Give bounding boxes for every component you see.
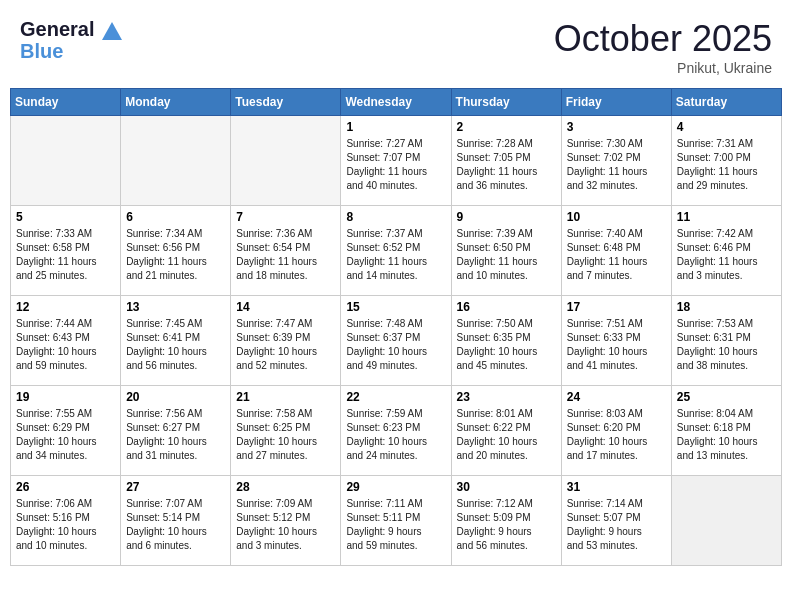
day-info: Sunrise: 7:59 AM Sunset: 6:23 PM Dayligh… <box>346 407 445 463</box>
calendar-cell: 15Sunrise: 7:48 AM Sunset: 6:37 PM Dayli… <box>341 296 451 386</box>
logo-general: General <box>20 18 94 40</box>
day-info: Sunrise: 7:37 AM Sunset: 6:52 PM Dayligh… <box>346 227 445 283</box>
day-number: 6 <box>126 210 225 224</box>
day-number: 7 <box>236 210 335 224</box>
day-number: 9 <box>457 210 556 224</box>
day-info: Sunrise: 7:40 AM Sunset: 6:48 PM Dayligh… <box>567 227 666 283</box>
day-number: 21 <box>236 390 335 404</box>
day-number: 14 <box>236 300 335 314</box>
calendar-week-row: 1Sunrise: 7:27 AM Sunset: 7:07 PM Daylig… <box>11 116 782 206</box>
day-info: Sunrise: 8:01 AM Sunset: 6:22 PM Dayligh… <box>457 407 556 463</box>
day-number: 2 <box>457 120 556 134</box>
calendar-cell: 14Sunrise: 7:47 AM Sunset: 6:39 PM Dayli… <box>231 296 341 386</box>
day-info: Sunrise: 7:45 AM Sunset: 6:41 PM Dayligh… <box>126 317 225 373</box>
calendar-cell: 22Sunrise: 7:59 AM Sunset: 6:23 PM Dayli… <box>341 386 451 476</box>
calendar-cell: 16Sunrise: 7:50 AM Sunset: 6:35 PM Dayli… <box>451 296 561 386</box>
day-info: Sunrise: 7:11 AM Sunset: 5:11 PM Dayligh… <box>346 497 445 553</box>
calendar-cell <box>671 476 781 566</box>
calendar-cell: 11Sunrise: 7:42 AM Sunset: 6:46 PM Dayli… <box>671 206 781 296</box>
day-info: Sunrise: 7:28 AM Sunset: 7:05 PM Dayligh… <box>457 137 556 193</box>
day-number: 15 <box>346 300 445 314</box>
day-number: 28 <box>236 480 335 494</box>
day-info: Sunrise: 7:56 AM Sunset: 6:27 PM Dayligh… <box>126 407 225 463</box>
calendar-cell: 1Sunrise: 7:27 AM Sunset: 7:07 PM Daylig… <box>341 116 451 206</box>
calendar-cell: 25Sunrise: 8:04 AM Sunset: 6:18 PM Dayli… <box>671 386 781 476</box>
day-info: Sunrise: 7:58 AM Sunset: 6:25 PM Dayligh… <box>236 407 335 463</box>
calendar-cell: 3Sunrise: 7:30 AM Sunset: 7:02 PM Daylig… <box>561 116 671 206</box>
calendar-cell: 4Sunrise: 7:31 AM Sunset: 7:00 PM Daylig… <box>671 116 781 206</box>
day-info: Sunrise: 7:27 AM Sunset: 7:07 PM Dayligh… <box>346 137 445 193</box>
calendar-cell: 28Sunrise: 7:09 AM Sunset: 5:12 PM Dayli… <box>231 476 341 566</box>
day-number: 5 <box>16 210 115 224</box>
day-number: 25 <box>677 390 776 404</box>
day-info: Sunrise: 7:50 AM Sunset: 6:35 PM Dayligh… <box>457 317 556 373</box>
logo-text: General <box>20 18 122 40</box>
calendar-cell <box>121 116 231 206</box>
weekday-header: Sunday <box>11 89 121 116</box>
day-number: 10 <box>567 210 666 224</box>
calendar-cell: 12Sunrise: 7:44 AM Sunset: 6:43 PM Dayli… <box>11 296 121 386</box>
day-number: 19 <box>16 390 115 404</box>
calendar-cell: 26Sunrise: 7:06 AM Sunset: 5:16 PM Dayli… <box>11 476 121 566</box>
day-number: 13 <box>126 300 225 314</box>
weekday-header: Tuesday <box>231 89 341 116</box>
calendar-cell: 10Sunrise: 7:40 AM Sunset: 6:48 PM Dayli… <box>561 206 671 296</box>
calendar-week-row: 12Sunrise: 7:44 AM Sunset: 6:43 PM Dayli… <box>11 296 782 386</box>
day-info: Sunrise: 7:33 AM Sunset: 6:58 PM Dayligh… <box>16 227 115 283</box>
day-info: Sunrise: 7:07 AM Sunset: 5:14 PM Dayligh… <box>126 497 225 553</box>
logo: General Blue <box>20 18 122 62</box>
calendar-cell: 23Sunrise: 8:01 AM Sunset: 6:22 PM Dayli… <box>451 386 561 476</box>
calendar-cell: 20Sunrise: 7:56 AM Sunset: 6:27 PM Dayli… <box>121 386 231 476</box>
day-number: 26 <box>16 480 115 494</box>
day-info: Sunrise: 7:30 AM Sunset: 7:02 PM Dayligh… <box>567 137 666 193</box>
calendar-cell: 19Sunrise: 7:55 AM Sunset: 6:29 PM Dayli… <box>11 386 121 476</box>
calendar-cell: 8Sunrise: 7:37 AM Sunset: 6:52 PM Daylig… <box>341 206 451 296</box>
day-number: 22 <box>346 390 445 404</box>
weekday-header: Wednesday <box>341 89 451 116</box>
calendar-cell: 21Sunrise: 7:58 AM Sunset: 6:25 PM Dayli… <box>231 386 341 476</box>
day-info: Sunrise: 7:09 AM Sunset: 5:12 PM Dayligh… <box>236 497 335 553</box>
day-number: 24 <box>567 390 666 404</box>
weekday-header: Friday <box>561 89 671 116</box>
day-info: Sunrise: 7:36 AM Sunset: 6:54 PM Dayligh… <box>236 227 335 283</box>
day-info: Sunrise: 7:51 AM Sunset: 6:33 PM Dayligh… <box>567 317 666 373</box>
day-number: 23 <box>457 390 556 404</box>
day-info: Sunrise: 7:39 AM Sunset: 6:50 PM Dayligh… <box>457 227 556 283</box>
day-number: 3 <box>567 120 666 134</box>
calendar-cell: 5Sunrise: 7:33 AM Sunset: 6:58 PM Daylig… <box>11 206 121 296</box>
calendar-cell: 17Sunrise: 7:51 AM Sunset: 6:33 PM Dayli… <box>561 296 671 386</box>
day-number: 1 <box>346 120 445 134</box>
calendar-cell <box>231 116 341 206</box>
day-number: 12 <box>16 300 115 314</box>
calendar-cell: 27Sunrise: 7:07 AM Sunset: 5:14 PM Dayli… <box>121 476 231 566</box>
logo-icon <box>102 22 122 40</box>
day-info: Sunrise: 7:53 AM Sunset: 6:31 PM Dayligh… <box>677 317 776 373</box>
calendar-cell: 13Sunrise: 7:45 AM Sunset: 6:41 PM Dayli… <box>121 296 231 386</box>
day-number: 16 <box>457 300 556 314</box>
weekday-header: Saturday <box>671 89 781 116</box>
day-info: Sunrise: 7:06 AM Sunset: 5:16 PM Dayligh… <box>16 497 115 553</box>
calendar-cell: 31Sunrise: 7:14 AM Sunset: 5:07 PM Dayli… <box>561 476 671 566</box>
page-header: General Blue October 2025 Pnikut, Ukrain… <box>10 10 782 80</box>
weekday-header: Thursday <box>451 89 561 116</box>
calendar-cell: 2Sunrise: 7:28 AM Sunset: 7:05 PM Daylig… <box>451 116 561 206</box>
day-number: 31 <box>567 480 666 494</box>
calendar-header-row: SundayMondayTuesdayWednesdayThursdayFrid… <box>11 89 782 116</box>
weekday-header: Monday <box>121 89 231 116</box>
calendar-week-row: 19Sunrise: 7:55 AM Sunset: 6:29 PM Dayli… <box>11 386 782 476</box>
calendar-cell: 18Sunrise: 7:53 AM Sunset: 6:31 PM Dayli… <box>671 296 781 386</box>
calendar-cell: 7Sunrise: 7:36 AM Sunset: 6:54 PM Daylig… <box>231 206 341 296</box>
calendar-cell: 29Sunrise: 7:11 AM Sunset: 5:11 PM Dayli… <box>341 476 451 566</box>
day-info: Sunrise: 7:12 AM Sunset: 5:09 PM Dayligh… <box>457 497 556 553</box>
day-info: Sunrise: 8:04 AM Sunset: 6:18 PM Dayligh… <box>677 407 776 463</box>
calendar-cell: 30Sunrise: 7:12 AM Sunset: 5:09 PM Dayli… <box>451 476 561 566</box>
day-number: 29 <box>346 480 445 494</box>
calendar-cell: 24Sunrise: 8:03 AM Sunset: 6:20 PM Dayli… <box>561 386 671 476</box>
day-info: Sunrise: 7:34 AM Sunset: 6:56 PM Dayligh… <box>126 227 225 283</box>
day-number: 11 <box>677 210 776 224</box>
day-info: Sunrise: 7:31 AM Sunset: 7:00 PM Dayligh… <box>677 137 776 193</box>
calendar-week-row: 26Sunrise: 7:06 AM Sunset: 5:16 PM Dayli… <box>11 476 782 566</box>
day-number: 20 <box>126 390 225 404</box>
calendar-cell <box>11 116 121 206</box>
logo-blue: Blue <box>20 40 122 62</box>
